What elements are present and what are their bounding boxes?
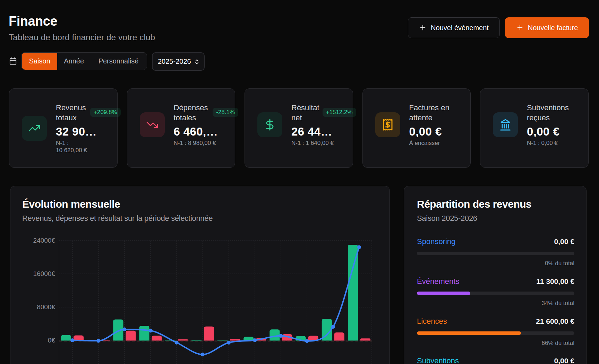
svg-text:8000€: 8000€ [37, 303, 55, 311]
svg-text:24000€: 24000€ [33, 237, 55, 244]
svg-text:0€: 0€ [48, 337, 55, 344]
svg-text:16000€: 16000€ [33, 270, 55, 277]
